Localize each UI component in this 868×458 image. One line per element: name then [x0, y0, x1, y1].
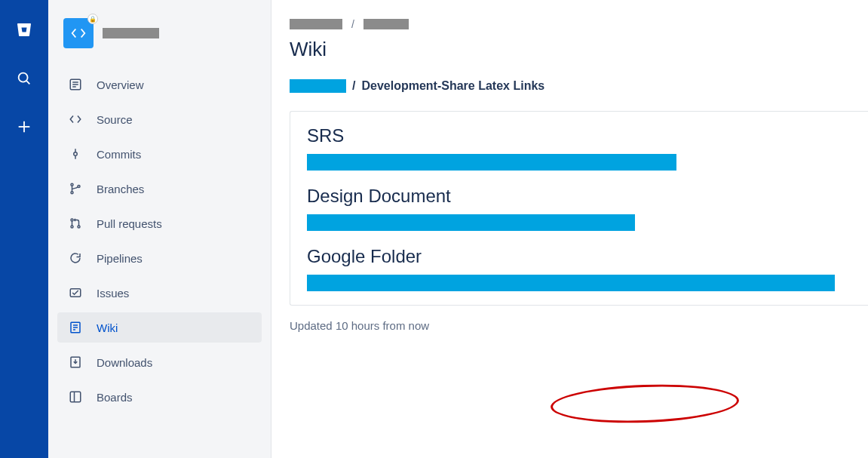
- wiki-breadcrumb: / Development-Share Latex Links: [290, 79, 868, 93]
- project-avatar: 🔒: [63, 18, 94, 48]
- svg-rect-24: [70, 392, 81, 402]
- svg-line-1: [26, 81, 29, 84]
- project-header[interactable]: 🔒: [57, 12, 262, 54]
- sidebar-item-label: Downloads: [97, 356, 152, 369]
- sidebar-item-label: Pull requests: [97, 217, 162, 230]
- pipelines-icon: [68, 251, 83, 266]
- commits-icon: [68, 146, 83, 161]
- svg-point-12: [71, 192, 73, 194]
- sidebar-item-label: Issues: [97, 287, 129, 300]
- breadcrumb-separator: /: [351, 18, 354, 30]
- sidebar-item-label: Overview: [97, 78, 144, 91]
- sidebar-item-downloads[interactable]: Downloads: [57, 347, 262, 377]
- svg-point-0: [19, 73, 28, 82]
- svg-point-8: [74, 152, 78, 156]
- sidebar-item-issues[interactable]: Issues: [57, 278, 262, 308]
- lock-icon: 🔒: [87, 14, 98, 24]
- wiki-section-title: SRS: [307, 125, 851, 146]
- search-icon[interactable]: [9, 63, 39, 94]
- downloads-icon: [68, 355, 83, 370]
- add-icon[interactable]: [9, 112, 39, 142]
- wiki-path: Development-Share Latex Links: [361, 79, 544, 93]
- updated-text: Updated 10 hours from now: [290, 319, 429, 332]
- sidebar-item-commits[interactable]: Commits: [57, 139, 262, 169]
- sidebar-item-label: Commits: [97, 148, 141, 161]
- svg-point-11: [71, 183, 73, 186]
- wiki-content-box: SRS Design Document Google Folder: [290, 111, 868, 306]
- main-content: / Wiki / Development-Share Latex Links S…: [271, 0, 868, 458]
- wiki-breadcrumb-redacted[interactable]: [290, 79, 346, 93]
- sidebar-item-boards[interactable]: Boards: [57, 382, 262, 412]
- annotation-ellipse: [550, 382, 740, 426]
- sidebar-item-source[interactable]: Source: [57, 104, 262, 134]
- branches-icon: [68, 181, 83, 196]
- wiki-section-srs: SRS: [307, 125, 851, 171]
- sidebar-item-label: Pipelines: [97, 252, 143, 265]
- sidebar-item-label: Boards: [97, 391, 133, 404]
- wiki-link-redacted[interactable]: [307, 275, 835, 291]
- global-nav: [0, 0, 48, 458]
- wiki-section-title: Design Document: [307, 186, 851, 207]
- wiki-section-design-document: Design Document: [307, 186, 851, 231]
- project-name-redacted: [103, 28, 159, 38]
- page-title: Wiki: [290, 38, 868, 61]
- pull-requests-icon: [68, 216, 83, 231]
- wiki-breadcrumb-sep: /: [352, 79, 355, 93]
- project-sidebar: 🔒 Overview Source Commits Branches Pull …: [48, 0, 271, 458]
- issues-icon: [68, 285, 83, 300]
- breadcrumb: /: [290, 18, 868, 30]
- wiki-section-title: Google Folder: [307, 246, 851, 267]
- sidebar-item-branches[interactable]: Branches: [57, 174, 262, 204]
- overview-icon: [68, 77, 83, 92]
- svg-point-16: [78, 226, 80, 228]
- wiki-link-redacted[interactable]: [307, 154, 676, 171]
- breadcrumb-item-redacted[interactable]: [363, 19, 409, 29]
- sidebar-item-overview[interactable]: Overview: [57, 69, 262, 100]
- wiki-icon: [68, 320, 83, 335]
- svg-point-15: [71, 226, 73, 228]
- wiki-link-redacted[interactable]: [307, 214, 635, 231]
- sidebar-item-label: Wiki: [97, 321, 118, 334]
- sidebar-item-label: Branches: [97, 183, 144, 195]
- sidebar-item-wiki[interactable]: Wiki: [57, 312, 262, 343]
- bitbucket-logo-icon[interactable]: [9, 15, 39, 45]
- wiki-section-google-folder: Google Folder: [307, 246, 851, 291]
- svg-point-14: [71, 219, 73, 221]
- breadcrumb-item-redacted[interactable]: [290, 19, 342, 29]
- boards-icon: [68, 389, 83, 404]
- sidebar-item-label: Source: [97, 113, 133, 126]
- sidebar-item-pull-requests[interactable]: Pull requests: [57, 208, 262, 238]
- source-icon: [68, 112, 83, 127]
- sidebar-item-pipelines[interactable]: Pipelines: [57, 243, 262, 273]
